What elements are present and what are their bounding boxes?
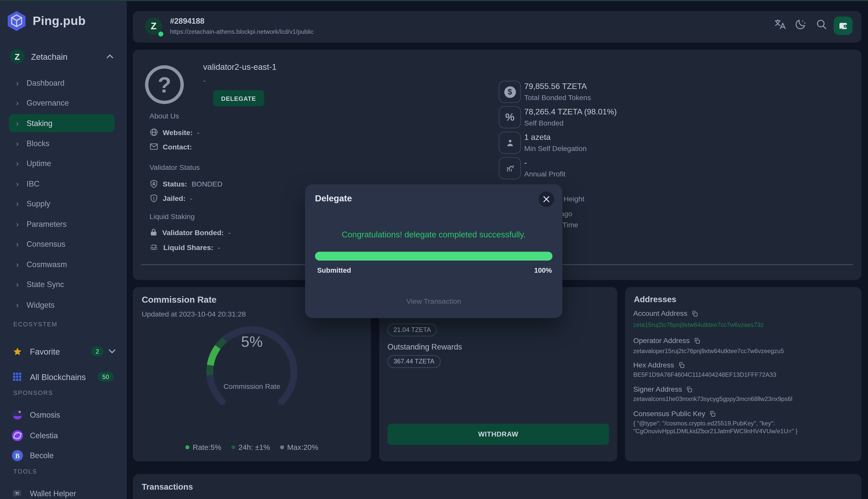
sidebar-item-staking[interactable]: › Staking	[9, 114, 115, 132]
address-label-text: Hex Address	[633, 361, 674, 369]
close-icon[interactable]	[539, 192, 554, 207]
commission-amount-badge: 21.04 TZETA	[388, 324, 437, 336]
top-accent-strip	[0, 0, 868, 1]
sidebar: Ping.pub Z Zetachain › Dashboard › Gover…	[0, 1, 127, 499]
sponsor-label: Becole	[30, 451, 118, 460]
endpoint-url: https://zetachain-athens.blockpi.network…	[170, 28, 313, 35]
stat-total-bonded: $ 79,855.56 TZETA Total Bonded Tokens	[499, 81, 831, 103]
brand-name: Ping.pub	[33, 14, 86, 28]
validator-description: -	[203, 76, 206, 85]
account-address-label: Account Address	[633, 309, 698, 318]
addresses-card: Addresses Account Address zeta15ruj2tc76…	[625, 287, 861, 461]
envelope-icon	[150, 142, 158, 151]
percent-icon: %	[499, 106, 521, 128]
grid-icon	[11, 372, 23, 382]
chevron-right-icon: ›	[16, 199, 24, 208]
chevron-right-icon: ›	[16, 179, 24, 188]
status-dot	[158, 31, 164, 37]
status-value: BONDED	[192, 180, 223, 188]
sidebar-item-governance[interactable]: › Governance	[9, 94, 115, 112]
withdraw-button[interactable]: WITHDRAW	[388, 424, 609, 445]
star-icon	[11, 346, 23, 356]
consensus-pubkey-value: { "@type": "/cosmos.crypto.ed25519.PubKe…	[633, 419, 852, 435]
contact-label: Contact:	[163, 142, 192, 151]
sidebar-item-state-sync[interactable]: › State Sync	[9, 275, 115, 293]
pingpub-logo-icon	[5, 10, 28, 32]
sidebar-item-label: Blocks	[26, 138, 49, 147]
validator-avatar: ?	[145, 65, 184, 104]
addresses-title: Addresses	[634, 294, 676, 304]
person-icon	[499, 132, 521, 154]
delegate-modal: Delegate Congratulations! delegate compl…	[305, 184, 563, 318]
chain-selector[interactable]: Z Zetachain	[5, 48, 121, 65]
website-label: Website:	[163, 128, 192, 136]
chevron-right-icon: ›	[16, 260, 24, 269]
sidebar-item-favorite[interactable]: Favorite 2	[9, 342, 118, 361]
commission-rate-caption: Commission Rate	[133, 382, 371, 391]
stat-label: Self Bonded	[524, 119, 563, 127]
sidebar-item-wallet-helper[interactable]: ?! Wallet Helper	[9, 484, 118, 499]
sidebar-item-label: Dashboard	[26, 78, 64, 87]
legend-dot-max	[280, 445, 284, 449]
copy-icon[interactable]	[686, 386, 692, 392]
transactions-card: Transactions	[133, 474, 861, 499]
chevron-right-icon: ›	[16, 119, 24, 127]
chevron-right-icon: ›	[16, 219, 24, 228]
legend-label: Max:20%	[287, 443, 319, 451]
outstanding-rewards-label: Outstanding Rewards	[388, 342, 462, 351]
zetachain-logo-icon: Z	[10, 49, 24, 63]
chevron-right-icon: ›	[16, 280, 24, 289]
brand[interactable]: Ping.pub	[5, 10, 86, 32]
sidebar-item-all-blockchains[interactable]: All Blockchains 50	[9, 367, 118, 386]
sidebar-item-label: Uptime	[26, 159, 51, 167]
progress-percent: 100%	[534, 267, 552, 275]
sidebar-item-consensus[interactable]: › Consensus	[9, 235, 115, 253]
search-icon[interactable]	[815, 18, 828, 30]
copy-icon[interactable]	[678, 362, 685, 368]
sidebar-item-dashboard[interactable]: › Dashboard	[9, 74, 115, 92]
transactions-title: Transactions	[142, 482, 193, 491]
all-blockchains-count-badge: 50	[98, 372, 114, 382]
liquid-staking-title: Liquid Staking	[150, 212, 195, 221]
jailed-value: -	[190, 194, 192, 202]
dark-mode-moon-icon[interactable]	[794, 18, 807, 30]
stat-value: -	[524, 158, 527, 167]
success-message: Congratulations! delegate completed succ…	[305, 230, 563, 239]
sidebar-item-uptime[interactable]: › Uptime	[9, 154, 115, 172]
svg-text:?!: ?!	[15, 491, 19, 495]
chevron-right-icon: ›	[16, 98, 24, 107]
globe-icon	[150, 128, 158, 137]
sidebar-item-label: Supply	[26, 199, 50, 208]
sidebar-item-cosmwasm[interactable]: › Cosmwasm	[9, 255, 115, 273]
shield-alert-icon	[150, 194, 158, 203]
copy-icon[interactable]	[693, 337, 700, 344]
copy-icon[interactable]	[709, 410, 716, 417]
celestia-logo-icon	[11, 430, 23, 441]
view-transaction-link[interactable]: View Transaction	[305, 297, 563, 305]
contact-row: Contact:	[150, 142, 192, 151]
address-label-text: Account Address	[633, 309, 687, 318]
sidebar-item-widgets[interactable]: › Widgets	[9, 295, 115, 314]
hex-address-label: Hex Address	[633, 361, 685, 369]
favorite-label: Favorite	[30, 346, 91, 356]
sidebar-item-becole[interactable]: B Becole	[9, 446, 118, 465]
sidebar-item-celestia[interactable]: Celestia	[9, 426, 118, 445]
sidebar-item-parameters[interactable]: › Parameters	[9, 215, 115, 233]
translate-icon[interactable]	[774, 18, 786, 30]
sidebar-item-osmosis[interactable]: Osmosis	[9, 405, 118, 424]
address-label-text: Operator Address	[633, 337, 690, 345]
sidebar-item-ibc[interactable]: › IBC	[9, 174, 115, 192]
sidebar-item-blocks[interactable]: › Blocks	[9, 134, 115, 152]
jailed-row: Jailed: -	[150, 194, 192, 203]
section-tools: TOOLS	[13, 468, 37, 475]
delegate-button[interactable]: DELEGATE	[213, 90, 264, 106]
wallet-button[interactable]	[834, 17, 853, 35]
wallet-helper-icon: ?!	[11, 488, 23, 499]
app-viewport: Ping.pub Z Zetachain › Dashboard › Gover…	[0, 0, 868, 499]
copy-icon[interactable]	[691, 310, 698, 317]
about-us-title: About Us	[150, 112, 179, 120]
validator-name: validator2-us-east-1	[203, 62, 277, 71]
account-address-value[interactable]: zeta15ruj2tc76pnj9xtw64utktee7cc7w6vzaes…	[633, 321, 852, 329]
stat-value: 78,265.4 TZETA (98.01%)	[524, 107, 617, 116]
sidebar-item-supply[interactable]: › Supply	[9, 194, 115, 212]
